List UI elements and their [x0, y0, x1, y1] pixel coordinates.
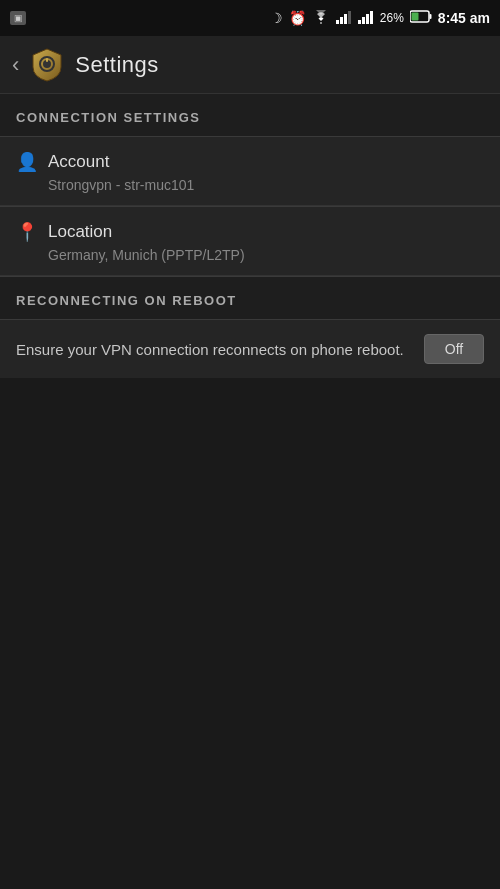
- svg-rect-0: [336, 20, 339, 24]
- reconnect-description: Ensure your VPN connection reconnects on…: [16, 339, 412, 360]
- time: 8:45 am: [438, 10, 490, 26]
- svg-rect-10: [411, 13, 418, 21]
- app-logo: [29, 47, 65, 83]
- svg-rect-2: [344, 14, 347, 24]
- app-bar: ‹ Settings: [0, 36, 500, 94]
- account-label: Account: [48, 152, 109, 172]
- signal1-icon: [336, 10, 352, 27]
- svg-rect-13: [46, 58, 48, 62]
- svg-rect-5: [362, 17, 365, 24]
- status-bar: ▣ ☽ ⏰: [0, 0, 500, 36]
- reconnect-toggle[interactable]: Off: [424, 334, 484, 364]
- wifi-icon: [312, 10, 330, 27]
- account-icon: 👤: [16, 151, 38, 173]
- svg-rect-4: [358, 20, 361, 24]
- signal2-icon: [358, 10, 374, 27]
- location-item[interactable]: 📍 Location Germany, Munich (PPTP/L2TP): [0, 207, 500, 276]
- svg-rect-6: [366, 14, 369, 24]
- svg-rect-9: [429, 14, 431, 19]
- status-bar-left: ▣: [10, 11, 26, 25]
- reconnect-section-title: RECONNECTING ON REBOOT: [16, 293, 237, 308]
- svg-rect-3: [348, 11, 351, 24]
- battery-icon: [410, 10, 432, 26]
- account-value: Strongvpn - str-muc101: [16, 177, 484, 193]
- svg-rect-7: [370, 11, 373, 24]
- location-value: Germany, Munich (PPTP/L2TP): [16, 247, 484, 263]
- reconnect-header: RECONNECTING ON REBOOT: [0, 277, 500, 319]
- svg-rect-1: [340, 17, 343, 24]
- location-item-row: 📍 Location: [16, 221, 484, 243]
- back-button[interactable]: ‹: [12, 52, 19, 78]
- reconnect-row: Ensure your VPN connection reconnects on…: [0, 320, 500, 378]
- page-title: Settings: [75, 52, 159, 78]
- location-label: Location: [48, 222, 112, 242]
- notification-icon: ▣: [10, 11, 26, 25]
- battery-percent: 26%: [380, 11, 404, 25]
- alarm-icon: ⏰: [289, 10, 306, 26]
- account-item-row: 👤 Account: [16, 151, 484, 173]
- connection-settings-header: CONNECTION SETTINGS: [0, 94, 500, 136]
- status-bar-right: ☽ ⏰ 26%: [270, 10, 490, 27]
- moon-icon: ☽: [270, 10, 283, 26]
- location-icon: 📍: [16, 221, 38, 243]
- connection-settings-title: CONNECTION SETTINGS: [16, 110, 201, 125]
- account-item[interactable]: 👤 Account Strongvpn - str-muc101: [0, 137, 500, 206]
